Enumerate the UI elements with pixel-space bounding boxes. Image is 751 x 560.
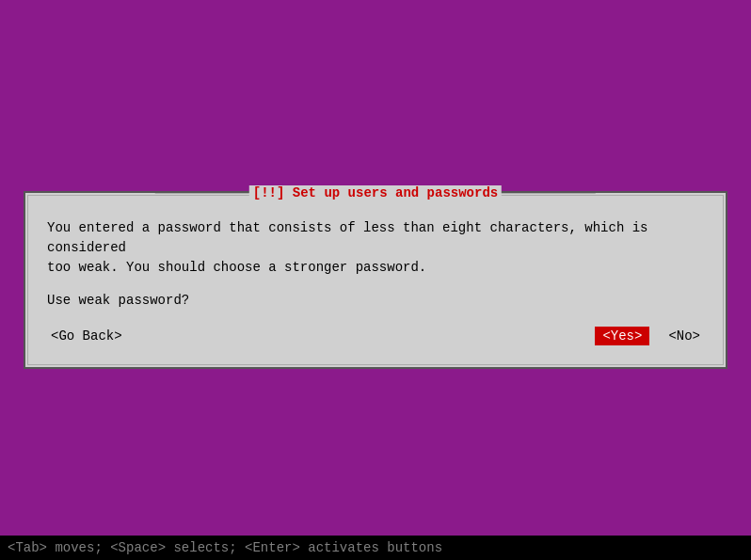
dialog-message: You entered a password that consists of … [47,218,704,278]
title-line-left [155,193,249,194]
status-bar: <Tab> moves; <Space> selects; <Enter> ac… [0,536,751,560]
message-line2: too weak. You should choose a stronger p… [47,260,426,275]
title-line-right [502,193,596,194]
message-line1: You entered a password that consists of … [47,220,648,255]
go-back-button[interactable]: <Go Back> [47,327,126,345]
dialog-content: You entered a password that consists of … [28,196,723,364]
dialog-buttons: <Go Back> <Yes> <No> [47,327,704,345]
status-bar-text: <Tab> moves; <Space> selects; <Enter> ac… [8,540,442,555]
dialog-question: Use weak password? [47,293,704,308]
dialog-title: [!!] Set up users and passwords [249,185,502,200]
dialog-outer-border: [!!] Set up users and passwords You ente… [24,191,727,369]
dialog-container: [!!] Set up users and passwords You ente… [27,195,724,365]
button-group-right: <Yes> <No> [595,327,704,345]
no-button[interactable]: <No> [664,327,704,345]
yes-button[interactable]: <Yes> [595,327,649,345]
dialog-title-bar: [!!] Set up users and passwords [155,185,596,200]
